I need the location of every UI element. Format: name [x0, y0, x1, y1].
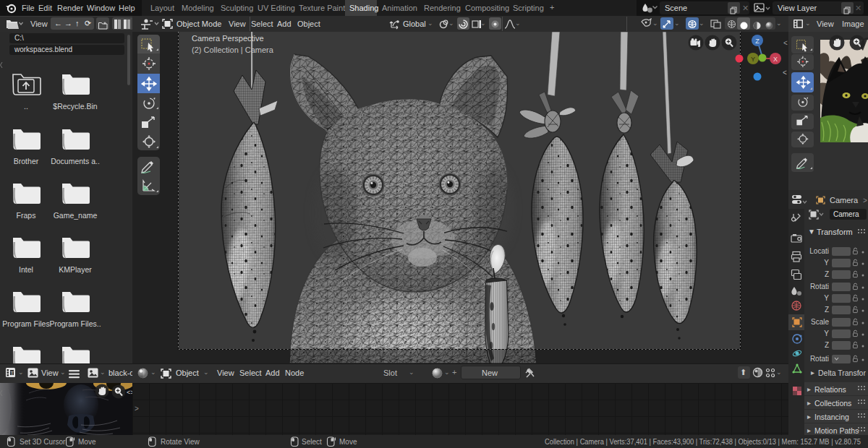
- svg-text:(2) Collection | Camera: (2) Collection | Camera: [192, 46, 274, 54]
- svg-text:▸: ▸: [807, 385, 811, 393]
- svg-text:Y: Y: [824, 259, 829, 267]
- svg-text:<>: <>: [127, 389, 132, 396]
- svg-text:X: X: [773, 56, 778, 63]
- svg-text:>: >: [863, 197, 867, 204]
- svg-text:▸: ▸: [811, 369, 814, 376]
- svg-text:Set 3D Cursor: Set 3D Cursor: [20, 438, 66, 446]
- svg-text:Y: Y: [751, 56, 755, 63]
- svg-text:<: <: [783, 39, 788, 47]
- svg-text:Collections: Collections: [814, 399, 851, 408]
- svg-text:Transform: Transform: [817, 228, 853, 236]
- svg-text:Camera: Camera: [830, 196, 859, 204]
- svg-text:T: T: [11, 371, 14, 376]
- svg-text:Intel: Intel: [19, 265, 33, 274]
- svg-text:Relations: Relations: [814, 385, 846, 394]
- svg-text:Motion Paths: Motion Paths: [814, 426, 859, 435]
- svg-text:Brother: Brother: [14, 157, 39, 165]
- svg-text:Delta Transfor: Delta Transfor: [818, 369, 866, 377]
- svg-text:Z: Z: [825, 341, 829, 349]
- svg-text:Game_name: Game_name: [54, 211, 98, 220]
- svg-text:Fraps: Fraps: [17, 211, 36, 220]
- svg-text:Z: Z: [755, 38, 760, 45]
- svg-text:Instancing: Instancing: [814, 413, 849, 421]
- svg-text:Select: Select: [302, 438, 322, 446]
- svg-text:Locati: Locati: [809, 247, 829, 255]
- svg-text:Move: Move: [339, 438, 357, 446]
- svg-text:Y: Y: [824, 294, 829, 302]
- svg-text:Rotati: Rotati: [810, 355, 829, 363]
- svg-text:Collection | Camera | Verts:37: Collection | Camera | Verts:37,401 | Fac…: [545, 438, 861, 446]
- svg-text:$Recycle.Bin: $Recycle.Bin: [53, 102, 97, 111]
- svg-text:Scale: Scale: [811, 318, 829, 326]
- svg-text:..: ..: [24, 102, 28, 111]
- svg-text:Z: Z: [825, 306, 829, 314]
- svg-text:Program Files: Program Files: [2, 319, 49, 328]
- svg-text:Camera: Camera: [833, 210, 859, 218]
- svg-text:Y: Y: [824, 329, 829, 337]
- svg-text:KMPlayer: KMPlayer: [59, 265, 92, 274]
- svg-text:Documents a..: Documents a..: [51, 157, 100, 165]
- svg-text:▼: ▼: [808, 228, 815, 236]
- svg-text:Z: Z: [825, 270, 829, 278]
- svg-text:Program Files..: Program Files..: [49, 319, 101, 328]
- svg-text:Move: Move: [78, 438, 96, 446]
- svg-text:Rotati: Rotati: [810, 283, 829, 290]
- svg-text:Camera Perspective: Camera Perspective: [192, 34, 264, 43]
- svg-text:Rotate View: Rotate View: [161, 438, 200, 446]
